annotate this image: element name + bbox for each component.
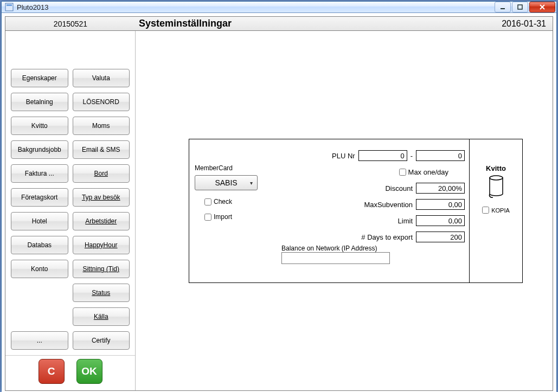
- kopia-label: KOPIA: [491, 207, 510, 214]
- import-checkbox[interactable]: [204, 214, 211, 221]
- sidebar-item-dots[interactable]: ...: [11, 331, 68, 350]
- days-export-label: # Days to export: [361, 233, 413, 241]
- maxsub-label: MaxSubvention: [364, 201, 413, 209]
- plu-to-input[interactable]: [416, 150, 465, 161]
- limit-input[interactable]: [416, 215, 465, 226]
- days-export-input[interactable]: [416, 232, 465, 242]
- plu-dash: -: [411, 152, 413, 160]
- check-checkbox[interactable]: [204, 198, 211, 205]
- discount-label: Discount: [385, 184, 413, 192]
- sidebar-item-happyhour[interactable]: HappyHour: [73, 236, 130, 254]
- kvitto-title: Kvitto: [473, 164, 519, 172]
- sidebar-item-databas[interactable]: Databas: [11, 236, 68, 254]
- app-icon: [5, 3, 14, 11]
- form-right: Kvitto KOPIA: [469, 139, 522, 282]
- form-mid: PLU Nr - Max one/day: [276, 139, 469, 282]
- sidebar-item-certify[interactable]: Certify: [73, 331, 130, 350]
- inner-frame: 20150521 Systeminställningar 2016-01-31 …: [5, 16, 553, 391]
- sidebar-item-email-sms[interactable]: Email & SMS: [73, 140, 130, 159]
- receipt-icon: [473, 175, 519, 200]
- app-title: Pluto2013: [17, 3, 49, 11]
- plu-from-input[interactable]: [358, 150, 407, 161]
- membercard-dropdown[interactable]: SABIS: [195, 175, 258, 190]
- membercard-value: SABIS: [215, 178, 237, 187]
- app-window: Pluto2013 20150521 Systeminställningar 2…: [1, 1, 557, 391]
- membercard-label: MemberCard: [195, 164, 271, 172]
- form-box: MemberCard SABIS Check Import: [189, 139, 523, 283]
- content-row: Egenskaper Valuta Betalning LÖSENORD Kvi…: [5, 31, 553, 390]
- sidebar-item-konto[interactable]: Konto: [11, 260, 68, 278]
- max-one-day-checkbox[interactable]: [399, 169, 406, 176]
- ip-address-label: (IP Address): [342, 245, 377, 252]
- svg-rect-1: [7, 4, 12, 6]
- main-panel: MemberCard SABIS Check Import: [136, 31, 553, 390]
- import-label: Import: [214, 213, 232, 221]
- cancel-button[interactable]: C: [39, 359, 65, 384]
- limit-label: Limit: [398, 217, 413, 225]
- plu-label: PLU Nr: [332, 152, 355, 160]
- sidebar-item-kalla[interactable]: Källa: [73, 307, 130, 326]
- window-controls: [495, 2, 555, 12]
- sidebar-item-bakgrundsjobb[interactable]: Bakgrundsjobb: [11, 140, 68, 159]
- sidebar-item-faktura[interactable]: Faktura ...: [11, 164, 68, 183]
- close-button[interactable]: [529, 2, 555, 12]
- sidebar-item-typ-av-besok[interactable]: Typ av besök: [73, 188, 130, 207]
- app-body: 20150521 Systeminställningar 2016-01-31 …: [2, 13, 556, 392]
- header-row: 20150521 Systeminställningar 2016-01-31: [5, 17, 553, 31]
- sidebar-item-foretagskort[interactable]: Företagskort: [11, 188, 68, 207]
- svg-rect-3: [518, 5, 522, 9]
- sidebar-item-moms[interactable]: Moms: [73, 117, 130, 135]
- sidebar-item-bord[interactable]: Bord: [73, 164, 130, 183]
- kopia-checkbox[interactable]: [482, 207, 489, 214]
- maxsub-input[interactable]: [416, 199, 465, 210]
- sidebar-item-egenskaper[interactable]: Egenskaper: [11, 69, 68, 87]
- form-left: MemberCard SABIS Check Import: [189, 139, 276, 282]
- max-one-day-label: Max one/day: [408, 168, 448, 176]
- ip-address-input[interactable]: [281, 252, 390, 264]
- ok-button[interactable]: OK: [76, 359, 102, 384]
- maximize-button[interactable]: [512, 2, 528, 12]
- ok-cancel-row: C OK: [5, 355, 135, 390]
- discount-input[interactable]: [416, 183, 465, 194]
- balance-label: Balance on Network: [281, 245, 339, 252]
- svg-point-6: [490, 176, 503, 180]
- sidebar-item-status[interactable]: Status: [73, 284, 130, 302]
- page-title: Systeminställningar: [136, 18, 502, 29]
- titlebar: Pluto2013: [2, 2, 556, 13]
- minimize-button[interactable]: [495, 2, 511, 12]
- header-system-date: 2016-01-31: [502, 19, 553, 29]
- sidebar-item-hotel[interactable]: Hotel: [11, 212, 68, 230]
- balance-block: Balance on Network (IP Address): [281, 245, 422, 264]
- sidebar-item-losenord[interactable]: LÖSENORD: [73, 93, 130, 111]
- header-date-code: 20150521: [5, 20, 136, 28]
- sidebar-item-arbetstider[interactable]: Arbetstider: [73, 212, 130, 230]
- sidebar-item-sittning[interactable]: Sittning (Tid): [73, 260, 130, 278]
- sidebar-item-kvitto[interactable]: Kvitto: [11, 117, 68, 135]
- sidebar-item-valuta[interactable]: Valuta: [73, 69, 130, 87]
- sidebar-item-betalning[interactable]: Betalning: [11, 93, 68, 111]
- sidebar-buttons: Egenskaper Valuta Betalning LÖSENORD Kvi…: [5, 31, 135, 355]
- check-label: Check: [214, 198, 232, 205]
- sidebar: Egenskaper Valuta Betalning LÖSENORD Kvi…: [5, 31, 136, 390]
